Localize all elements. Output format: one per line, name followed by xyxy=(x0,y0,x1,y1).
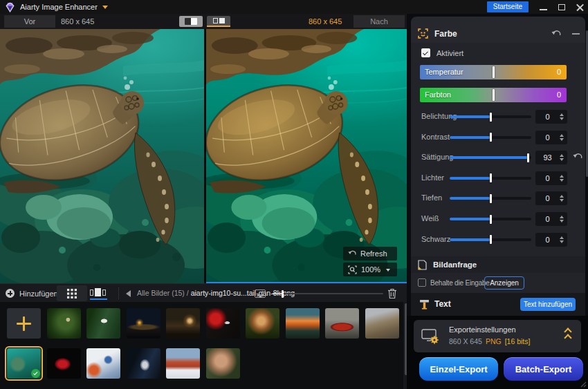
thumbnail-white-house[interactable] xyxy=(86,348,120,379)
thumbnail-city-night[interactable] xyxy=(127,308,160,339)
thumbnail-classic-car[interactable] xyxy=(325,308,359,339)
slider-track-schwarz[interactable] xyxy=(450,238,531,241)
export-collapse-chevrons-icon[interactable] xyxy=(565,329,571,341)
slider-handle-tiefen[interactable] xyxy=(490,194,492,203)
slider-handle-saettigung[interactable] xyxy=(527,153,529,162)
add-images-button[interactable]: Hinzufügen xyxy=(6,284,58,303)
undo-saettigung-icon[interactable] xyxy=(573,153,582,161)
spinner-tiefen[interactable] xyxy=(560,193,564,204)
slider-handle-schwarz[interactable] xyxy=(490,235,492,244)
anzeigen-button[interactable]: Anzeigen xyxy=(484,276,524,290)
spin-up-icon[interactable] xyxy=(560,214,564,218)
resize-grip[interactable] xyxy=(580,381,587,388)
aktiviert-checkbox[interactable] xyxy=(421,48,430,57)
after-tab[interactable]: Nach xyxy=(353,15,405,28)
thumbnail-snow-building[interactable] xyxy=(166,348,200,379)
thumbnail-child-portrait[interactable] xyxy=(246,308,279,339)
slider-value-saettigung[interactable]: 93 xyxy=(535,151,567,164)
farbe-reset-icon[interactable] xyxy=(551,30,561,38)
split-view-toggle[interactable] xyxy=(179,16,203,27)
slider-value-kontrast[interactable]: 0 xyxy=(535,131,567,144)
slider-track-kontrast[interactable] xyxy=(450,136,531,139)
export-settings-box[interactable]: Exporteinstellungen 860 X 645PNG[16 bits… xyxy=(414,320,581,352)
spin-down-icon[interactable] xyxy=(560,117,564,122)
spin-down-icon[interactable] xyxy=(560,199,564,204)
spin-down-icon[interactable] xyxy=(560,220,564,225)
spinner-weiss[interactable] xyxy=(560,214,564,225)
add-text-button[interactable]: Text hinzufügen xyxy=(520,298,576,311)
grid-view-button[interactable] xyxy=(57,285,87,301)
filmstrip-view-button[interactable] xyxy=(90,288,107,299)
all-images-link[interactable]: Alle Bilder (15) xyxy=(137,289,185,297)
spinner-saettigung[interactable] xyxy=(560,152,564,163)
farbe-collapse-icon[interactable] xyxy=(572,33,580,35)
spin-up-icon[interactable] xyxy=(560,132,564,137)
slider-track-belichtung[interactable] xyxy=(450,115,531,118)
slider-track-saettigung[interactable] xyxy=(450,156,531,159)
thumbnail-size-slider[interactable] xyxy=(273,293,383,294)
spin-up-icon[interactable] xyxy=(560,234,564,239)
slider-handle-belichtung[interactable] xyxy=(490,113,492,122)
temperatur-handle[interactable] xyxy=(493,66,495,78)
slider-value-belichtung[interactable]: 0 xyxy=(535,110,567,124)
slider-track-lichter[interactable] xyxy=(450,177,531,180)
slider-value-lichter[interactable]: 0 xyxy=(535,171,567,185)
spin-down-icon[interactable] xyxy=(560,240,564,245)
thumbnail-sunset-lake[interactable] xyxy=(286,308,320,339)
farbton-slider[interactable]: Farbton 0 xyxy=(420,88,567,102)
spinner-belichtung[interactable] xyxy=(560,111,564,122)
add-image-tile[interactable] xyxy=(7,308,41,339)
thumbnail-woman-portrait[interactable] xyxy=(206,348,240,379)
slider-value-weiss[interactable]: 0 xyxy=(535,212,567,226)
spinner-lichter[interactable] xyxy=(560,173,564,184)
minimize-button[interactable] xyxy=(540,4,547,10)
delete-trash-icon[interactable] xyxy=(387,288,397,299)
keep-input-checkbox[interactable] xyxy=(418,278,426,287)
single-export-button[interactable]: Einzel-Export xyxy=(418,356,499,382)
thumbnail-dog[interactable] xyxy=(127,348,160,379)
before-image-pane[interactable] xyxy=(0,29,204,283)
temperatur-slider[interactable]: Temperatur 0 xyxy=(420,65,567,79)
thumbnail-white-heron[interactable] xyxy=(86,308,120,339)
slider-handle-kontrast[interactable] xyxy=(490,133,492,142)
slider-value-tiefen[interactable]: 0 xyxy=(535,191,567,205)
spin-down-icon[interactable] xyxy=(560,138,564,143)
spinner-schwarz[interactable] xyxy=(560,234,564,245)
spin-up-icon[interactable] xyxy=(560,173,564,178)
refresh-button[interactable]: Refresh xyxy=(343,247,397,260)
thumbnail-sea-turtle[interactable] xyxy=(7,348,41,379)
slider-row-lichter: Lichter0 xyxy=(411,171,585,187)
farbton-handle[interactable] xyxy=(493,89,495,101)
spin-up-icon[interactable] xyxy=(560,152,564,157)
slider-handle-weiss[interactable] xyxy=(490,215,492,224)
close-button[interactable] xyxy=(576,3,584,11)
after-image-pane[interactable] xyxy=(206,29,407,283)
thumbnail-bird-forest[interactable] xyxy=(47,308,81,339)
batch-export-button[interactable]: Batch-Export xyxy=(502,356,585,382)
aiarty-window: Aiarty Image Enhancer Startseite Vor 860… xyxy=(0,0,588,389)
slider-label-schwarz: Schwarz xyxy=(421,235,450,243)
slider-track-weiss[interactable] xyxy=(450,218,531,220)
spinner-kontrast[interactable] xyxy=(560,132,564,143)
text-section-title: Text xyxy=(434,293,451,316)
side-by-side-view-toggle[interactable] xyxy=(207,16,230,27)
slider-track-tiefen[interactable] xyxy=(450,197,531,200)
spin-up-icon[interactable] xyxy=(560,111,564,116)
slider-handle-lichter[interactable] xyxy=(490,173,492,182)
thumbnail-flower-hummingbird[interactable] xyxy=(206,308,240,339)
spin-up-icon[interactable] xyxy=(560,193,564,198)
spin-down-icon[interactable] xyxy=(560,158,564,163)
thumbnail-red-fish[interactable] xyxy=(47,348,81,379)
slider-value-schwarz[interactable]: 0 xyxy=(535,233,567,247)
slider-handle[interactable] xyxy=(282,290,284,298)
maximize-button[interactable] xyxy=(558,4,565,10)
zoom-level-control[interactable]: 100% xyxy=(343,263,397,276)
thumbnail-lake-house[interactable] xyxy=(166,308,200,339)
before-size-label: 860 x 645 xyxy=(61,14,94,29)
before-tab[interactable]: Vor xyxy=(4,15,55,28)
thumbnail-village-street[interactable] xyxy=(365,308,399,339)
back-arrow-icon[interactable] xyxy=(126,290,131,297)
spin-down-icon[interactable] xyxy=(560,179,564,184)
home-button[interactable]: Startseite xyxy=(487,1,529,12)
app-menu-chevron-icon[interactable] xyxy=(102,6,108,12)
